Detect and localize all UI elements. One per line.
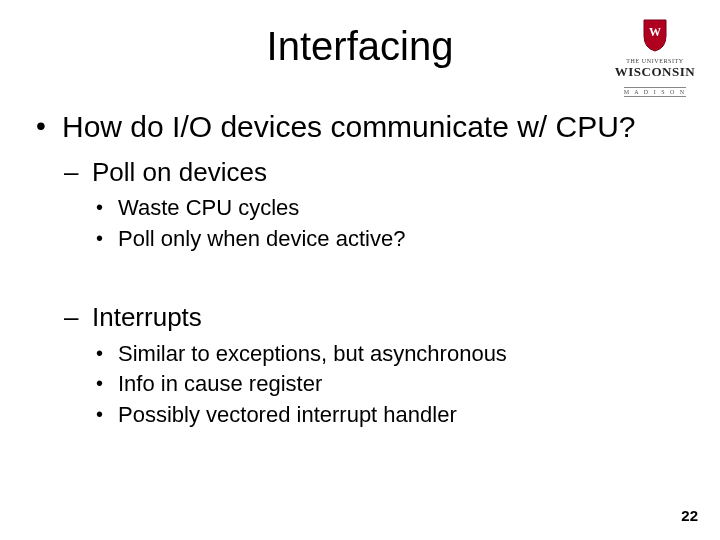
bullet-text: Poll on devices [92,157,267,187]
svg-text:W: W [649,25,661,39]
university-logo: W THE UNIVERSITY WISCONSIN M A D I S O N [612,18,698,98]
slide: Interfacing W THE UNIVERSITY WISCONSIN M… [0,0,720,540]
bullet-poll-sub: Poll only when device active? [92,225,688,254]
crest-icon: W [642,18,668,52]
bullet-text: Interrupts [92,302,202,332]
bullet-poll: Poll on devices Waste CPU cycles Poll on… [62,156,688,254]
bullet-poll-sub: Waste CPU cycles [92,194,688,223]
logo-sub: M A D I S O N [624,87,686,97]
bullet-question: How do I/O devices communicate w/ CPU? P… [32,108,688,429]
bullet-text: How do I/O devices communicate w/ CPU? [62,110,636,143]
slide-body: How do I/O devices communicate w/ CPU? P… [32,108,688,439]
logo-main: WISCONSIN [612,65,698,78]
bullet-intr-sub: Info in cause register [92,370,688,399]
bullet-intr-sub: Possibly vectored interrupt handler [92,401,688,430]
bullet-interrupts: Interrupts Similar to exceptions, but as… [62,301,688,429]
page-number: 22 [681,507,698,524]
bullet-intr-sub: Similar to exceptions, but asynchronous [92,340,688,369]
